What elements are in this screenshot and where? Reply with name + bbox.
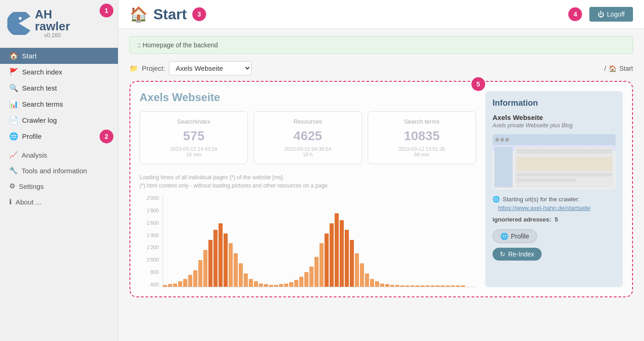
globe-small-icon: 🌐 — [493, 196, 500, 203]
stat-label-resources: Resources — [260, 118, 355, 125]
sidebar-item-settings[interactable]: ⚙ Settings — [0, 178, 118, 194]
chart-bar — [193, 270, 197, 287]
chart-bar — [314, 257, 319, 287]
sidebar-item-tools[interactable]: 🔧 Tools and information — [0, 163, 118, 178]
badge-4: 4 — [568, 7, 582, 21]
info-panel-title: Information — [493, 98, 616, 108]
chart-bar — [350, 240, 354, 287]
logoff-button[interactable]: ⏻ Logoff — [589, 7, 633, 22]
dot-3 — [505, 138, 509, 142]
profile-button[interactable]: 🌐 Profile — [493, 229, 537, 243]
chart-bar — [415, 285, 420, 287]
sidebar-item-start[interactable]: 🏠 Start — [0, 48, 118, 64]
info-screenshot — [493, 134, 616, 189]
sidebar-item-search-test[interactable]: 🔍 Search test — [0, 80, 118, 96]
chart-bar — [304, 272, 308, 287]
stat-card-searchindex: Searchindex 575 2023-03-12 14:43:24 16 m… — [140, 111, 248, 164]
sidebar-item-tools-label: Tools and information — [22, 167, 87, 175]
refresh-icon: ↻ — [500, 250, 505, 258]
stat-date-resources: 2023-03-12 04:30:54 — [260, 146, 355, 152]
chart-bar — [345, 230, 349, 287]
chart-bar — [198, 260, 202, 287]
chart-y-label: 2'000 — [140, 195, 159, 201]
sidebar-item-profile[interactable]: 🌐 Profile 2 — [0, 128, 118, 144]
reindex-button[interactable]: ↻ Re-Index — [493, 248, 542, 261]
sidebar-item-crawler-log[interactable]: 📄 Crawler log — [0, 112, 118, 128]
stat-extra-resources: 10 h — [260, 152, 355, 157]
chart-y-label: 1'800 — [140, 208, 159, 213]
chart-y-label: 1'200 — [140, 244, 159, 250]
chart-bar — [284, 284, 288, 287]
stat-date-search-terms: 2023-03-12 13:51:35 — [375, 146, 469, 152]
project-select[interactable]: Axels Webseite — [169, 61, 252, 75]
logo-version: v0.160 — [35, 32, 70, 39]
chart-bar — [375, 281, 379, 287]
main-area: 🏠 Start 3 4 ⏻ Logoff :: Homepage of the … — [118, 0, 644, 341]
sidebar-item-settings-label: Settings — [19, 182, 44, 190]
pacman-logo — [7, 12, 30, 35]
globe-icon: 🌐 — [9, 132, 18, 141]
chart-bar — [244, 273, 248, 287]
stat-card-resources: Resources 4625 2023-03-12 04:30:54 10 h — [253, 111, 362, 164]
chart-bar — [451, 285, 455, 287]
screenshot-content-el — [515, 147, 614, 188]
logoff-label: Logoff — [607, 11, 625, 18]
chart-bar — [208, 240, 213, 287]
info-website-name: Axels Webseite — [493, 114, 616, 121]
screenshot-header — [493, 134, 616, 145]
analysis-icon: 📈 — [9, 151, 18, 159]
chart-bar — [446, 285, 450, 287]
stat-value-searchindex: 575 — [146, 129, 241, 143]
project-label: 📁 Project: — [129, 64, 165, 73]
header-title: 🏠 Start 3 — [129, 6, 206, 23]
chart-bar — [234, 253, 238, 287]
sidebar-item-search-index[interactable]: 🚩 Search index — [0, 64, 118, 80]
dashboard-left: Axels Webseite Searchindex 575 2023-03-1… — [140, 91, 476, 287]
chart-bar — [173, 284, 177, 287]
badge-2: 2 — [100, 130, 113, 143]
sidebar-item-search-terms[interactable]: 📊 Search terms — [0, 96, 118, 112]
chart-bar — [385, 284, 389, 287]
flag-icon: 🚩 — [9, 68, 18, 76]
chart-bar — [259, 284, 263, 287]
chart-bar — [431, 285, 435, 287]
sidebar: AH rawler v0.160 1 🏠 Start 🚩 Search inde… — [0, 0, 118, 341]
sidebar-item-about[interactable]: ℹ About ... — [0, 194, 118, 210]
chart-bar — [360, 263, 364, 287]
doc-icon: 📄 — [9, 116, 18, 125]
chart-bar — [203, 250, 207, 287]
chart-y-label: 1'400 — [140, 233, 159, 238]
chart-bar — [395, 285, 399, 287]
chart-icon: 📊 — [9, 100, 18, 108]
chart-bar — [330, 223, 334, 287]
sidebar-nav: 🏠 Start 🚩 Search index 🔍 Search test 📊 S… — [0, 48, 118, 210]
reindex-label: Re-Index — [508, 250, 534, 258]
badge-1: 1 — [100, 4, 113, 17]
stat-value-resources: 4625 — [260, 129, 355, 143]
stat-value-search-terms: 10835 — [375, 129, 469, 143]
header-right: 4 ⏻ Logoff — [568, 7, 633, 22]
sidebar-item-about-label: About ... — [16, 198, 41, 206]
chart-bar — [340, 220, 344, 287]
chart-bar — [420, 285, 425, 287]
dashboard-project-title: Axels Webseite — [140, 91, 476, 104]
chart-bar — [163, 285, 167, 287]
page-title: Start — [153, 6, 187, 23]
project-row: 📁 Project: Axels Webseite / 🏠 Start — [129, 61, 633, 75]
chart-bar — [264, 284, 268, 287]
chart-bar — [229, 243, 233, 287]
chart-y-label: 800 — [140, 269, 159, 275]
sidebar-item-analysis[interactable]: 📈 Analysis — [0, 147, 118, 163]
chart-bar — [319, 243, 324, 287]
breadcrumb-separator: / — [605, 65, 606, 72]
sidebar-item-analysis-label: Analysis — [22, 151, 47, 159]
info-url-link[interactable]: https://www.axel-hahn.de/startseite — [498, 205, 616, 211]
chart-bar — [365, 273, 369, 287]
chart-bar — [274, 285, 278, 287]
loading-times-label: Loading times of all individual pages (*… — [140, 173, 476, 190]
header: 🏠 Start 3 4 ⏻ Logoff — [118, 0, 644, 29]
stat-label-searchindex: Searchindex — [146, 118, 241, 125]
chart-bar — [461, 285, 465, 287]
stats-row: Searchindex 575 2023-03-12 14:43:24 16 m… — [140, 111, 476, 164]
screenshot-mockup — [493, 134, 616, 189]
